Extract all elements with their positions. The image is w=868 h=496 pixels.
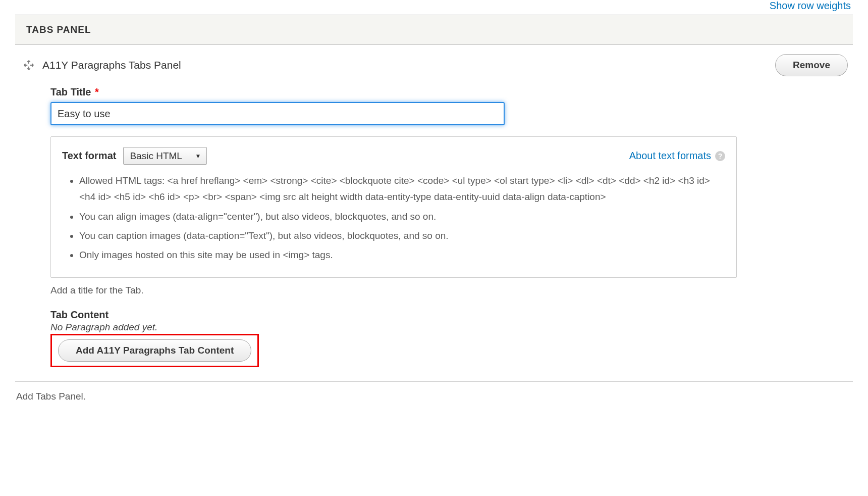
text-format-label: Text format [62, 150, 116, 162]
text-format-box: Text format Basic HTML ▼ About text form… [50, 136, 737, 278]
tab-content-empty-text: No Paragraph added yet. [50, 322, 853, 333]
text-format-tips: Allowed HTML tags: <a href hreflang> <em… [68, 173, 725, 263]
about-text-formats-link[interactable]: About text formats ? [629, 150, 725, 162]
drag-handle-icon[interactable] [23, 60, 34, 71]
tabs-panel-body: A11Y Paragraphs Tabs Panel Remove Tab Ti… [15, 45, 853, 381]
tip-item: You can align images (data-align="center… [79, 209, 725, 225]
tabs-panel-header: TABS PANEL [15, 15, 853, 45]
add-tab-content-highlight: Add A11Y Paragraphs Tab Content [50, 334, 259, 367]
tab-title-hint: Add a title for the Tab. [50, 285, 853, 296]
show-row-weights-label: Show row weights [770, 0, 851, 11]
required-marker: * [95, 86, 99, 97]
tab-title-label-text: Tab Title [50, 86, 91, 97]
add-tabs-panel-hint: Add Tabs Panel. [15, 391, 853, 402]
help-icon: ? [715, 151, 725, 161]
text-format-select[interactable]: Basic HTML [123, 147, 207, 165]
tab-title-label: Tab Title * [50, 86, 853, 98]
remove-button[interactable]: Remove [775, 54, 848, 76]
tip-item: You can caption images (data-caption="Te… [79, 228, 725, 244]
panel-item-row: A11Y Paragraphs Tabs Panel Remove [15, 54, 853, 76]
tabs-panel-table: TABS PANEL A11Y Paragraphs Tabs Panel Re… [15, 15, 853, 382]
show-row-weights-link[interactable]: Show row weights [15, 0, 853, 15]
add-tab-content-button[interactable]: Add A11Y Paragraphs Tab Content [58, 339, 251, 362]
about-text-formats-label: About text formats [629, 150, 711, 162]
panel-item-label: A11Y Paragraphs Tabs Panel [42, 59, 181, 71]
tab-title-input[interactable] [50, 102, 505, 125]
tab-content-heading: Tab Content [50, 309, 853, 321]
tip-item: Only images hosted on this site may be u… [79, 247, 725, 263]
tip-item: Allowed HTML tags: <a href hreflang> <em… [79, 173, 725, 206]
